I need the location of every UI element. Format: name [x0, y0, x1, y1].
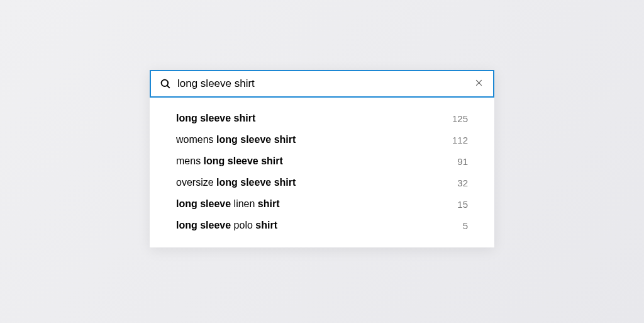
svg-point-0: [162, 80, 169, 87]
suggestion-item[interactable]: long sleeve linen shirt15: [150, 193, 494, 215]
search-autocomplete: long sleeve shirt125womens long sleeve s…: [150, 70, 494, 247]
suggestion-text: oversize long sleeve shirt: [176, 177, 296, 188]
suggestion-text: womens long sleeve shirt: [176, 134, 296, 145]
suggestion-item[interactable]: womens long sleeve shirt112: [150, 129, 494, 150]
suggestion-text: long sleeve shirt: [176, 113, 255, 124]
suggestion-count: 15: [457, 199, 468, 210]
suggestion-text: long sleeve polo shirt: [176, 220, 277, 231]
suggestion-count: 91: [457, 156, 468, 167]
suggestion-count: 125: [452, 113, 468, 124]
suggestion-item[interactable]: long sleeve shirt125: [150, 108, 494, 129]
suggestions-list: long sleeve shirt125womens long sleeve s…: [150, 98, 494, 247]
suggestion-item[interactable]: mens long sleeve shirt91: [150, 150, 494, 172]
clear-button[interactable]: [473, 78, 484, 89]
search-icon: [160, 78, 171, 89]
suggestion-item[interactable]: long sleeve polo shirt5: [150, 215, 494, 236]
suggestion-item[interactable]: oversize long sleeve shirt32: [150, 172, 494, 193]
suggestion-text: long sleeve linen shirt: [176, 198, 280, 210]
suggestion-text: mens long sleeve shirt: [176, 156, 283, 167]
suggestion-count: 5: [463, 220, 468, 231]
close-icon: [475, 79, 483, 89]
search-input-row: [150, 70, 494, 98]
svg-line-1: [167, 86, 170, 88]
search-input[interactable]: [177, 77, 467, 90]
suggestion-count: 32: [457, 178, 468, 188]
suggestion-count: 112: [452, 135, 468, 145]
